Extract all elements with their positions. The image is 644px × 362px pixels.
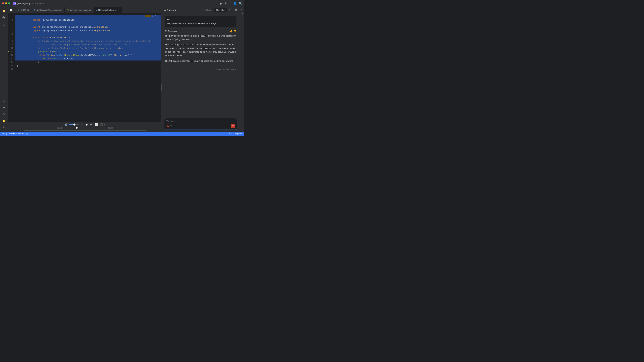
- ai-input-field[interactable]: Waiting...: [166, 120, 235, 122]
- sidebar-item-folder[interactable]: 📁: [1, 8, 7, 14]
- time-current: 00:11: [57, 127, 62, 129]
- tabs: M HELP.md J GreetingsAppApplication.java…: [16, 7, 122, 13]
- branch-info[interactable]: ⎇ main ▾: [34, 2, 44, 5]
- tab-more-button[interactable]: ⋮: [155, 8, 162, 11]
- editor-area: 📋 M HELP.md J GreetingsAppApplication.ja…: [8, 7, 162, 132]
- screen2-button[interactable]: ⬛: [100, 123, 103, 126]
- branch-name: main: [37, 2, 42, 5]
- project-icon: GA: [13, 2, 16, 5]
- close-button[interactable]: [2, 2, 4, 4]
- editor-scrollbar[interactable]: [8, 130, 162, 132]
- ai-messages[interactable]: Me ⋮ Why does this code return a Whitela…: [162, 13, 239, 117]
- bookmark-icon[interactable]: 🔖: [166, 124, 169, 127]
- thumbs-up-icon[interactable]: 👍: [230, 30, 232, 32]
- volume-slider[interactable]: [69, 124, 79, 125]
- sidebar-item-more[interactable]: ⋯: [1, 28, 7, 34]
- tab-pom[interactable]: M pom.xml (greetings-app): [64, 7, 94, 13]
- right-panel-icon-2[interactable]: m: [241, 12, 243, 14]
- project-name[interactable]: greetings-app: [17, 2, 30, 5]
- user-message: Me ⋮ Why does this code return a Whitela…: [165, 16, 236, 27]
- thumbs-down-icon[interactable]: 👎: [234, 30, 236, 32]
- forward-button[interactable]: ⏭: [90, 123, 93, 126]
- code-line-1: package com.example.greetingsapp;: [16, 15, 162, 18]
- sidebar-item-plugins[interactable]: ⚙: [1, 124, 7, 130]
- ai-more-icon[interactable]: ⋮: [228, 9, 231, 11]
- progress-row: 00:11 00:36: [57, 127, 113, 129]
- code-lines[interactable]: package com.example.greetingsapp; import…: [16, 13, 162, 122]
- more-options-icon[interactable]: ⋮: [229, 2, 232, 5]
- ai-input-toolbar: 🔖 ≡ ■: [166, 124, 235, 128]
- user-message-header: Me ⋮: [167, 18, 234, 21]
- tab-app[interactable]: J GreetingsAppApplication.java: [31, 7, 64, 13]
- sidebar-item-terminal[interactable]: ▸: [1, 104, 7, 110]
- ai-message-header: AI Assistant 👍 👎: [165, 30, 236, 32]
- rewind-button[interactable]: ⏮: [81, 123, 84, 126]
- code-line-6: public class HomeController {: [16, 32, 162, 36]
- scroll-indicator[interactable]: [161, 13, 162, 122]
- sidebar-item-search[interactable]: 🔍: [1, 15, 7, 21]
- encoding-symbol-icon: ⊙: [218, 133, 219, 135]
- status-charset[interactable]: UTF-8: [227, 133, 232, 135]
- sidebar-item-git[interactable]: ⎇: [1, 21, 7, 27]
- volume-thumb[interactable]: [74, 123, 76, 125]
- maximize-button[interactable]: [8, 2, 10, 4]
- sidebar-item-run[interactable]: ▷: [1, 111, 7, 117]
- fold-up-icon[interactable]: ∧: [152, 14, 154, 17]
- tab-new-chat[interactable]: New Chat: [214, 8, 227, 12]
- ai-input-area: Waiting... 🔖 ≡ ■: [162, 117, 239, 132]
- progress-thumb[interactable]: [76, 127, 78, 129]
- editor-scrollbar-thumb[interactable]: [24, 130, 146, 131]
- sidebar-item-debug[interactable]: ⊙: [1, 97, 7, 104]
- tab-close-home[interactable]: ✕: [118, 9, 120, 11]
- time-total: 00:36: [108, 127, 113, 129]
- send-icon: ■: [232, 125, 234, 127]
- ai-minimize-icon[interactable]: ─: [232, 9, 234, 11]
- feedback-anchor[interactable]: Share your feedback ↗: [216, 68, 236, 70]
- tab-help[interactable]: M HELP.md: [16, 7, 31, 13]
- status-bar: 14:1 (568 chars, 15 line breaks) ⊙ LF UT…: [0, 132, 244, 136]
- media-extras: ⬜ ⬛ »: [95, 123, 106, 126]
- ai-message-actions: 👍 👎: [230, 30, 236, 32]
- branch-chevron-icon: ▾: [42, 2, 44, 5]
- feedback-link[interactable]: Share your feedback ↗: [165, 67, 236, 71]
- code-line-16: [16, 67, 162, 71]
- notifications-icon: 🔔: [2, 119, 6, 122]
- plugins-icon: ⚙: [3, 126, 5, 129]
- more-media-button[interactable]: »: [104, 123, 106, 126]
- play-button[interactable]: ▶: [86, 123, 88, 126]
- warning-icon: ⚠: [146, 15, 148, 17]
- ai-send-button[interactable]: ■: [231, 124, 235, 128]
- scroll-thumb[interactable]: [161, 84, 162, 91]
- project-info: GA greetings-app ▾: [13, 2, 33, 5]
- ai-settings-icon[interactable]: ⊠: [235, 9, 237, 11]
- status-cursor[interactable]: 14:1 (568 chars, 15 line breaks): [2, 133, 28, 135]
- tab-all-chats[interactable]: All Chats: [201, 8, 213, 12]
- progress-bar[interactable]: [63, 128, 107, 128]
- search-icon[interactable]: 🔍: [239, 2, 242, 5]
- sidebar-item-notifications[interactable]: 🔔: [1, 118, 7, 124]
- people-icon[interactable]: 👤: [234, 2, 237, 5]
- fold-down-icon[interactable]: ∨: [155, 14, 157, 17]
- ai-panel-title: AI Assistant: [164, 9, 176, 11]
- message-more-icon[interactable]: ⋮: [232, 18, 234, 21]
- tab-icon-home: J: [96, 9, 97, 11]
- screen1-button[interactable]: ⬜: [95, 123, 98, 126]
- ai-header-icons: ⋮ ─ ⊠: [228, 9, 237, 11]
- minimize-button[interactable]: [5, 2, 7, 4]
- status-indent[interactable]: 4 spaces: [235, 133, 242, 135]
- code-line-3: import org.springframework.web.bind.anno…: [16, 22, 162, 25]
- sidebar: 📁 🔍 ⎇ ⋯ ⊙ ▸ ▷ 🔔 ⚙: [0, 7, 8, 132]
- code-content[interactable]: 1 2 3 4 5 6 7 8 9 10 ● 11 12 13 14: [8, 13, 162, 122]
- status-line-ending[interactable]: LF: [222, 133, 224, 135]
- list-icon[interactable]: ≡: [170, 124, 172, 127]
- ai-input-box[interactable]: Waiting... 🔖 ≡ ■: [164, 118, 237, 130]
- run-icon[interactable]: ▶: [220, 2, 222, 5]
- settings-icon[interactable]: ⚙: [224, 2, 227, 5]
- tab-home-controller[interactable]: J HomeController.java ✕: [94, 7, 122, 13]
- ai-assistant-icon[interactable]: ✦: [241, 8, 243, 10]
- code-editor[interactable]: ⚠ 1 ∧ ∨ 1 2 3 4 5 6 7 8 9 10: [8, 13, 162, 132]
- ai-header-tabs: All Chats New Chat: [201, 8, 227, 12]
- volume-control[interactable]: 🔊: [64, 123, 79, 126]
- file-tree-icon[interactable]: 📋: [10, 8, 13, 11]
- volume-icon[interactable]: 🔊: [64, 123, 68, 126]
